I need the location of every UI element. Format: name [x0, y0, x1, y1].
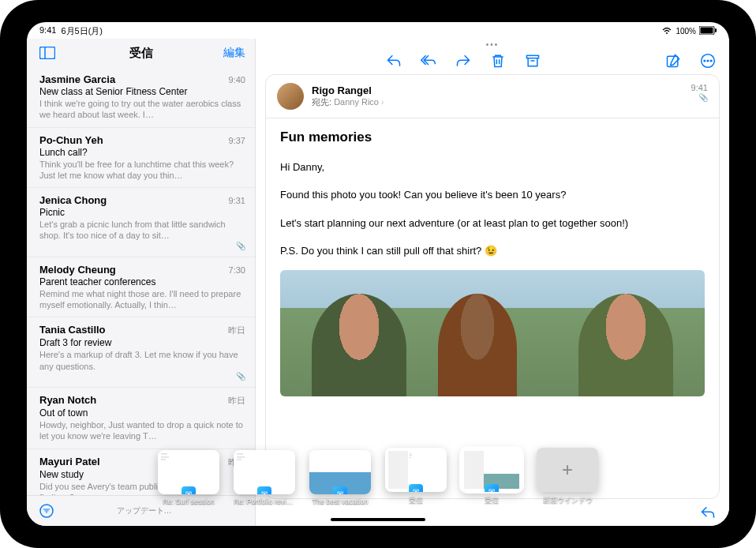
forward-icon[interactable]: [455, 52, 472, 69]
mail-time: 昨日: [228, 325, 245, 336]
avatar[interactable]: [277, 83, 304, 110]
mail-item[interactable]: Tania Castillo昨日 Draft 3 for review Here…: [27, 317, 255, 388]
message-to[interactable]: 宛先: Danny Rico ›: [312, 96, 384, 108]
shelf-label: The best vacation: [312, 497, 368, 505]
filter-icon[interactable]: [36, 501, 57, 521]
mail-subject: Picnic: [39, 207, 245, 218]
mail-subject: Draft 3 for review: [39, 337, 245, 348]
mail-time: 9:40: [229, 75, 245, 84]
shelf-label: 受信: [409, 495, 423, 505]
shelf-thumb: ✉: [309, 450, 371, 494]
photo-person: [438, 294, 517, 396]
message-subject: Fun memories: [280, 129, 705, 145]
ipad-device: 9:41 6月5日(月) 100% 受信 編: [0, 0, 756, 548]
photo-person: [578, 294, 673, 396]
mail-list[interactable]: Jasmine Garcia9:40 New class at Senior F…: [27, 67, 255, 495]
svg-point-0: [666, 32, 668, 34]
mail-sender: Tania Castillo: [39, 324, 106, 336]
mail-sender: Mayuri Patel: [39, 456, 100, 467]
svg-point-10: [704, 60, 705, 62]
message-from: Rigo Rangel: [312, 84, 384, 96]
mail-app-icon: ✉: [257, 486, 271, 494]
shelf-label: 受信: [485, 495, 499, 505]
reply-icon[interactable]: [385, 52, 402, 69]
shelf-window[interactable]: ✉ 受信: [461, 448, 522, 505]
reply-all-icon[interactable]: [420, 52, 437, 69]
body-line: Let's start planning our next adventure …: [280, 214, 705, 232]
compose-icon[interactable]: [664, 52, 682, 69]
mail-subject: Lunch call?: [39, 147, 245, 158]
mail-subject: Out of town: [39, 407, 245, 419]
shelf-window[interactable]: ━━━━━━━━━━━━✉ Re: Surf session: [158, 450, 219, 505]
mail-time: 7:30: [229, 265, 245, 275]
more-icon[interactable]: [699, 52, 717, 69]
screen: 9:41 6月5日(月) 100% 受信 編: [27, 22, 729, 526]
attachment-icon: 📎: [39, 372, 245, 381]
mail-app-icon: ✉: [409, 484, 423, 492]
message-time: 9:41: [691, 83, 708, 92]
shelf-thumb-new: +: [537, 448, 598, 492]
mail-preview: Think you'll be free for a lunchtime cha…: [39, 159, 245, 182]
plus-icon: +: [562, 459, 573, 481]
svg-rect-3: [715, 28, 717, 32]
mail-sender: Po-Chun Yeh: [39, 134, 103, 146]
svg-rect-2: [701, 28, 713, 34]
home-indicator[interactable]: [331, 518, 425, 521]
mail-subject: Parent teacher conferences: [39, 276, 245, 287]
toolbar: [256, 49, 729, 74]
edit-button[interactable]: 編集: [223, 46, 245, 60]
mail-app-icon: ✉: [485, 484, 499, 492]
mail-sender: Jenica Chong: [39, 194, 107, 206]
chevron-right-icon: ›: [381, 98, 384, 107]
mail-preview: Here's a markup of draft 3. Let me know …: [39, 349, 245, 372]
update-status: アップデート…: [57, 505, 231, 516]
shelf-window[interactable]: ━━━━━━━✉ 受信: [385, 448, 447, 505]
message-text: Hi Danny, Found this photo you took! Can…: [280, 158, 705, 261]
mail-subject: New class at Senior Fitness Center: [39, 86, 245, 97]
shelf-new-window[interactable]: + 新規ウインドウ: [537, 448, 598, 505]
app-content: 受信 編集 Jasmine Garcia9:40 New class at Se…: [27, 39, 729, 526]
photo-person: [312, 294, 406, 396]
sidebar-title: 受信: [58, 46, 223, 61]
attachment-icon: 📎: [39, 242, 245, 250]
mail-app-icon: ✉: [182, 486, 196, 494]
message-header[interactable]: Rigo Rangel 宛先: Danny Rico › 9:41 📎: [266, 75, 719, 118]
wifi-icon: [661, 27, 672, 36]
svg-rect-7: [527, 55, 539, 58]
shelf-label: Re: Surf session: [163, 497, 215, 505]
shelf-thumb: ━━━━━━━✉: [385, 448, 447, 492]
reply-footer-icon[interactable]: [699, 504, 717, 521]
sidebar-toggle-icon[interactable]: [36, 43, 58, 62]
mail-preview: Howdy, neighbor, Just wanted to drop a q…: [39, 419, 245, 442]
body-line: P.S. Do you think I can still pull off t…: [280, 242, 705, 260]
attached-photo[interactable]: [280, 270, 705, 396]
status-date: 6月5日(月): [61, 25, 103, 37]
mail-item[interactable]: Po-Chun Yeh9:37 Lunch call? Think you'll…: [27, 128, 255, 189]
shelf-label: 新規ウインドウ: [543, 495, 593, 505]
shelf-thumb: ━━━━━━━━━━━━✉: [234, 450, 295, 494]
status-bar: 9:41 6月5日(月) 100%: [27, 22, 729, 39]
battery-icon: [699, 26, 717, 36]
attachment-icon: 📎: [698, 93, 708, 102]
mail-item[interactable]: Jenica Chong9:31 Picnic Let's grab a pic…: [27, 188, 255, 257]
trash-icon[interactable]: [489, 52, 507, 69]
svg-rect-4: [40, 47, 55, 59]
mail-time: 昨日: [228, 395, 245, 407]
mail-item[interactable]: Jasmine Garcia9:40 New class at Senior F…: [27, 67, 255, 128]
mail-preview: I think we're going to try out the water…: [39, 98, 245, 121]
body-line: Found this photo you took! Can you belie…: [280, 186, 705, 204]
to-value: Danny Rico: [334, 97, 379, 107]
status-time: 9:41: [39, 25, 56, 37]
archive-icon[interactable]: [524, 52, 541, 69]
mail-sender: Jasmine Garcia: [39, 73, 115, 85]
mail-preview: Remind me what night those are. I'll nee…: [39, 288, 245, 311]
body-greeting: Hi Danny,: [280, 158, 705, 176]
shelf-label: Re: Portfolio review: [234, 497, 295, 505]
mail-item[interactable]: Ryan Notch昨日 Out of town Howdy, neighbor…: [27, 388, 255, 449]
shelf-window[interactable]: ━━━━━━━━━━━━✉ Re: Portfolio review: [234, 450, 295, 505]
message-body[interactable]: Fun memories Hi Danny, Found this photo …: [266, 118, 719, 498]
mail-item[interactable]: Melody Cheung7:30 Parent teacher confere…: [27, 257, 255, 318]
multitask-dots-icon[interactable]: •••: [256, 39, 729, 49]
shelf-window[interactable]: ✉ The best vacation: [309, 450, 371, 505]
svg-point-11: [707, 60, 709, 62]
